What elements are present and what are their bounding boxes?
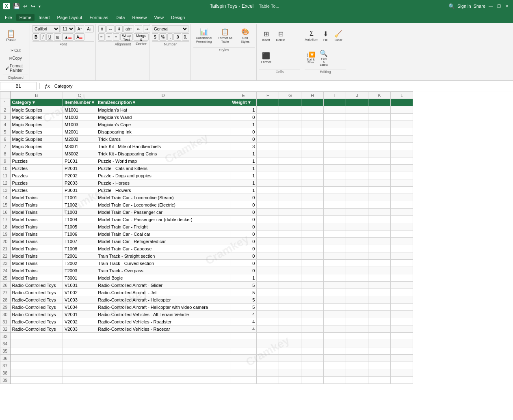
empty-cell[interactable] (279, 106, 301, 114)
empty-cell[interactable] (324, 362, 346, 369)
align-left-button[interactable]: ≡ (98, 33, 105, 41)
empty-cell[interactable] (301, 304, 324, 311)
cell-c-12[interactable]: P2003 (63, 179, 96, 187)
empty-cell[interactable] (279, 260, 301, 267)
empty-cell[interactable] (346, 194, 368, 201)
empty-cell[interactable] (301, 362, 324, 369)
empty-cell[interactable] (346, 377, 368, 384)
empty-cell[interactable] (346, 296, 368, 304)
empty-cell[interactable] (346, 187, 368, 194)
empty-cell[interactable] (391, 252, 413, 260)
empty-cell[interactable] (368, 187, 391, 194)
empty-cell[interactable] (391, 333, 413, 340)
empty-cell[interactable] (324, 267, 346, 274)
empty-cell[interactable] (301, 128, 324, 136)
comma-button[interactable]: , (167, 33, 173, 41)
empty-cell[interactable] (279, 172, 301, 179)
cell-c-11[interactable]: P2002 (63, 172, 96, 179)
empty-cell[interactable] (346, 369, 368, 377)
cell-d-33[interactable] (96, 333, 230, 340)
cell-e-31[interactable]: 4 (230, 318, 257, 325)
empty-cell[interactable] (324, 369, 346, 377)
empty-cell[interactable] (324, 274, 346, 282)
empty-cell[interactable] (257, 267, 279, 274)
empty-cell[interactable] (391, 267, 413, 274)
empty-cell[interactable] (391, 296, 413, 304)
empty-cell[interactable] (301, 136, 324, 143)
cell-e-38[interactable] (230, 369, 257, 377)
cell-b-8[interactable]: Magic Supplies (10, 150, 63, 157)
cell-d-25[interactable]: Model Bogie (96, 274, 230, 282)
col-header-k[interactable]: K (368, 92, 391, 99)
cell-d-9[interactable]: Puzzle - World map (96, 157, 230, 165)
empty-cell[interactable] (257, 333, 279, 340)
merge-center-button[interactable]: Merge & Center (134, 33, 149, 41)
empty-cell[interactable] (346, 362, 368, 369)
empty-cell[interactable] (391, 201, 413, 209)
cell-e-22[interactable]: 0 (230, 252, 257, 260)
empty-cell[interactable] (257, 377, 279, 384)
empty-cell[interactable] (368, 179, 391, 187)
empty-cell[interactable] (391, 289, 413, 296)
autosum-button[interactable]: Σ AutoSum (305, 25, 318, 46)
cell-d-37[interactable] (96, 362, 230, 369)
cell-d-4[interactable]: Magician's Cape (96, 121, 230, 128)
empty-cell[interactable] (346, 245, 368, 252)
empty-cell[interactable] (279, 267, 301, 274)
percent-button[interactable]: % (159, 33, 167, 41)
underline-button[interactable]: U (46, 33, 53, 41)
empty-cell[interactable] (324, 333, 346, 340)
fill-color-button[interactable]: ▲▬ (62, 33, 74, 41)
cell-e-29[interactable]: 5 (230, 304, 257, 311)
menu-design[interactable]: Design (168, 14, 188, 21)
empty-cell[interactable] (279, 289, 301, 296)
align-top-button[interactable]: ⬆ (98, 25, 106, 32)
empty-cell[interactable] (368, 340, 391, 347)
align-right-button[interactable]: ≡ (113, 33, 119, 41)
empty-cell[interactable] (301, 172, 324, 179)
cell-d-22[interactable]: Train Track - Straight section (96, 252, 230, 260)
empty-cell[interactable] (368, 194, 391, 201)
empty-cell[interactable] (257, 252, 279, 260)
cell-d-18[interactable]: Model Train Car - Freight (96, 223, 230, 230)
cell-e-14[interactable]: 0 (230, 194, 257, 201)
empty-cell[interactable] (279, 230, 301, 238)
empty-cell[interactable] (257, 201, 279, 209)
empty-cell[interactable] (391, 136, 413, 143)
empty-cell[interactable] (324, 304, 346, 311)
quick-save-icon[interactable]: 💾 (13, 3, 20, 9)
formula-input[interactable]: Category (52, 83, 513, 89)
cell-b-17[interactable]: Model Trains (10, 216, 63, 223)
cell-c-31[interactable]: V2002 (63, 318, 96, 325)
col-header-f[interactable]: F (257, 92, 279, 99)
cell-c-25[interactable]: T3001 (63, 274, 96, 282)
empty-cell[interactable] (324, 230, 346, 238)
empty-cell[interactable] (368, 267, 391, 274)
cell-d-14[interactable]: Model Train Car - Locomotive (Steam) (96, 194, 230, 201)
empty-cell[interactable] (301, 194, 324, 201)
cell-e-15[interactable]: 0 (230, 201, 257, 209)
empty-cell[interactable] (346, 136, 368, 143)
col-header-h[interactable]: H (301, 92, 324, 99)
cell-d-29[interactable]: Radio-Controlled Aircraft - Helicopter w… (96, 304, 230, 311)
cell-e-30[interactable]: 4 (230, 311, 257, 318)
empty-cell[interactable] (368, 150, 391, 157)
cell-d-15[interactable]: Model Train Car - Locomotive (Electric) (96, 201, 230, 209)
empty-cell[interactable] (257, 216, 279, 223)
empty-cell[interactable] (368, 114, 391, 121)
cell-e-36[interactable] (230, 355, 257, 362)
empty-cell[interactable] (346, 209, 368, 216)
empty-cell[interactable] (391, 304, 413, 311)
decrease-decimal-button[interactable]: 0. (182, 33, 189, 41)
empty-cell[interactable] (391, 216, 413, 223)
empty-cell[interactable] (279, 216, 301, 223)
empty-cell[interactable] (279, 143, 301, 150)
cell-e-9[interactable]: 1 (230, 157, 257, 165)
empty-cell[interactable] (346, 304, 368, 311)
empty-cell[interactable] (391, 150, 413, 157)
empty-cell[interactable] (257, 230, 279, 238)
empty-cell[interactable] (346, 172, 368, 179)
empty-cell[interactable] (391, 187, 413, 194)
cell-d-28[interactable]: Radio-Controlled Aircraft - Helicopter (96, 296, 230, 304)
cell-c-32[interactable]: V2003 (63, 325, 96, 333)
